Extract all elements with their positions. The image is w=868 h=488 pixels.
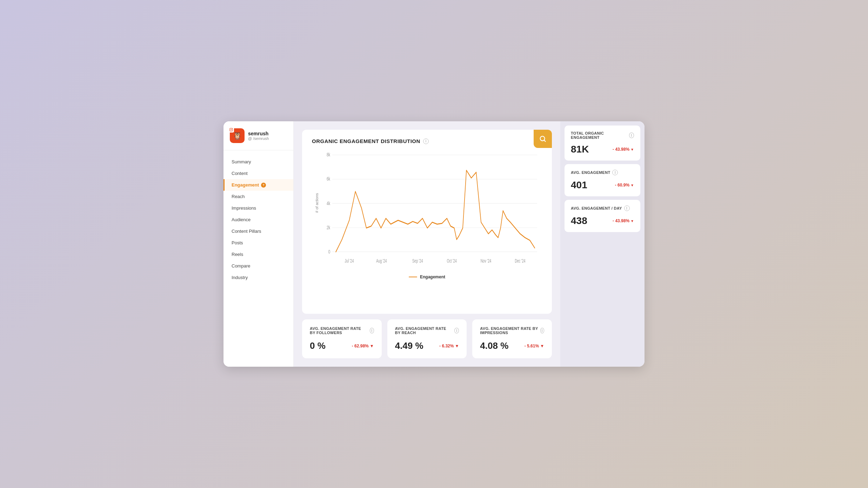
y-axis-label: # of actions <box>315 193 319 213</box>
sidebar-item-summary[interactable]: Summary <box>223 156 293 168</box>
bottom-card-reach: AVG. ENGAGEMENT RATE BY REACH i 4.49 % -… <box>387 319 467 358</box>
svg-text:Aug '24: Aug '24 <box>376 258 387 264</box>
avg-engagement-value-row: 401 - 60.9% ▼ <box>571 179 634 191</box>
chart-legend: Engagement <box>312 274 542 279</box>
avg-engagement-info-icon[interactable]: i <box>612 170 618 175</box>
sidebar-item-compare[interactable]: Compare <box>223 260 293 272</box>
sidebar: 🦉 semrush @ /semrush Summary Content Eng… <box>223 121 294 367</box>
legend-line <box>409 277 417 277</box>
instagram-icon <box>228 127 234 133</box>
engagement-help-icon: ? <box>261 183 266 188</box>
svg-text:4k: 4k <box>327 200 330 206</box>
followers-info-icon[interactable]: i <box>370 328 374 333</box>
profile-handle: @ /semrush <box>248 136 269 141</box>
stat-card-avg-engagement: AVG. ENGAGEMENT i 401 - 60.9% ▼ <box>565 164 640 196</box>
avatar: 🦉 <box>230 128 245 143</box>
sidebar-item-impressions[interactable]: Impressions <box>223 202 293 214</box>
bottom-card-label-impressions: AVG. ENGAGEMENT RATE BY IMPRESSIONS i <box>480 326 544 335</box>
sidebar-item-industry[interactable]: Industry <box>223 272 293 283</box>
sidebar-item-reels[interactable]: Reels <box>223 249 293 260</box>
avg-engagement-change: - 60.9% ▼ <box>615 183 634 188</box>
svg-text:Dec '24: Dec '24 <box>515 258 526 264</box>
chart-info-icon[interactable]: i <box>423 138 429 144</box>
sidebar-item-reach[interactable]: Reach <box>223 191 293 202</box>
reach-change: - 6.32% ▼ <box>439 344 459 348</box>
profile-section: 🦉 semrush @ /semrush <box>223 128 293 150</box>
svg-point-2 <box>232 129 232 129</box>
svg-text:8k: 8k <box>327 151 330 158</box>
profile-info: semrush @ /semrush <box>248 131 269 141</box>
legend-label: Engagement <box>420 274 445 279</box>
impressions-change: - 5.61% ▼ <box>525 344 544 348</box>
svg-text:Nov '24: Nov '24 <box>481 258 492 264</box>
total-engagement-value-row: 81K - 43.98% ▼ <box>571 144 634 155</box>
search-button[interactable] <box>534 130 552 148</box>
svg-text:6k: 6k <box>327 176 330 182</box>
chart-area: # of actions 8k 6k 4k 2k 0 Jul '24 <box>322 151 542 270</box>
svg-rect-0 <box>230 128 233 131</box>
app-container: 🦉 semrush @ /semrush Summary Content Eng… <box>223 121 645 367</box>
avg-engagement-day-info-icon[interactable]: i <box>624 205 630 211</box>
total-engagement-value: 81K <box>571 144 589 155</box>
bottom-card-label-followers: AVG. ENGAGEMENT RATE BY FOLLOWERS i <box>310 326 374 335</box>
bottom-cards: AVG. ENGAGEMENT RATE BY FOLLOWERS i 0 % … <box>302 319 552 358</box>
svg-text:2k: 2k <box>327 224 330 230</box>
svg-text:Jul '24: Jul '24 <box>345 258 354 264</box>
stat-label-avg-day: AVG. ENGAGEMENT / DAY i <box>571 205 634 211</box>
avg-engagement-arrow: ▼ <box>630 183 634 187</box>
chart-card: ORGANIC ENGAGEMENT DISTRIBUTION i # of a… <box>302 130 552 314</box>
reach-value: 4.49 % <box>395 340 423 351</box>
avg-engagement-day-arrow: ▼ <box>630 219 634 223</box>
chart-svg: 8k 6k 4k 2k 0 Jul '24 Aug '24 Sep '24 Oc… <box>322 151 542 270</box>
reach-info-icon[interactable]: i <box>454 328 459 333</box>
bottom-card-followers: AVG. ENGAGEMENT RATE BY FOLLOWERS i 0 % … <box>302 319 382 358</box>
reach-value-row: 4.49 % - 6.32% ▼ <box>395 340 459 351</box>
avg-engagement-day-change: - 43.98% ▼ <box>613 218 634 223</box>
avg-engagement-day-value: 438 <box>571 215 587 226</box>
svg-point-3 <box>540 136 545 141</box>
svg-text:Oct '24: Oct '24 <box>447 258 457 264</box>
impressions-info-icon[interactable]: i <box>540 328 544 333</box>
stat-label-avg: AVG. ENGAGEMENT i <box>571 170 634 175</box>
bottom-card-impressions: AVG. ENGAGEMENT RATE BY IMPRESSIONS i 4.… <box>472 319 552 358</box>
impressions-value: 4.08 % <box>480 340 508 351</box>
total-engagement-change: - 43.98% ▼ <box>613 147 634 152</box>
total-engagement-info-icon[interactable]: i <box>629 133 634 138</box>
stat-card-avg-engagement-day: AVG. ENGAGEMENT / DAY i 438 - 43.98% ▼ <box>565 200 640 232</box>
profile-name: semrush <box>248 131 269 136</box>
svg-line-4 <box>544 140 546 142</box>
impressions-value-row: 4.08 % - 5.61% ▼ <box>480 340 544 351</box>
followers-change: - 62.98% ▼ <box>352 344 374 348</box>
followers-value-row: 0 % - 62.98% ▼ <box>310 340 374 351</box>
stats-sidebar: TOTAL ORGANIC ENGAGEMENT i 81K - 43.98% … <box>560 121 645 367</box>
followers-value: 0 % <box>310 340 326 351</box>
total-engagement-arrow: ▼ <box>630 148 634 151</box>
brand-icon: 🦉 <box>233 131 242 140</box>
chart-title: ORGANIC ENGAGEMENT DISTRIBUTION <box>312 138 420 144</box>
avg-engagement-value: 401 <box>571 179 587 191</box>
svg-text:Sep '24: Sep '24 <box>412 258 423 264</box>
stat-label-total: TOTAL ORGANIC ENGAGEMENT i <box>571 131 634 140</box>
sidebar-item-posts[interactable]: Posts <box>223 237 293 249</box>
chart-header: ORGANIC ENGAGEMENT DISTRIBUTION i <box>312 138 542 144</box>
sidebar-item-audience[interactable]: Audience <box>223 214 293 225</box>
main-content: ORGANIC ENGAGEMENT DISTRIBUTION i # of a… <box>294 121 560 367</box>
svg-text:0: 0 <box>328 248 330 255</box>
sidebar-item-content-pillars[interactable]: Content Pillars <box>223 225 293 237</box>
sidebar-item-content[interactable]: Content <box>223 168 293 179</box>
sidebar-item-engagement[interactable]: Engagement ? <box>223 179 293 191</box>
avg-engagement-day-value-row: 438 - 43.98% ▼ <box>571 215 634 226</box>
bottom-card-label-reach: AVG. ENGAGEMENT RATE BY REACH i <box>395 326 459 335</box>
stat-card-total-engagement: TOTAL ORGANIC ENGAGEMENT i 81K - 43.98% … <box>565 126 640 161</box>
